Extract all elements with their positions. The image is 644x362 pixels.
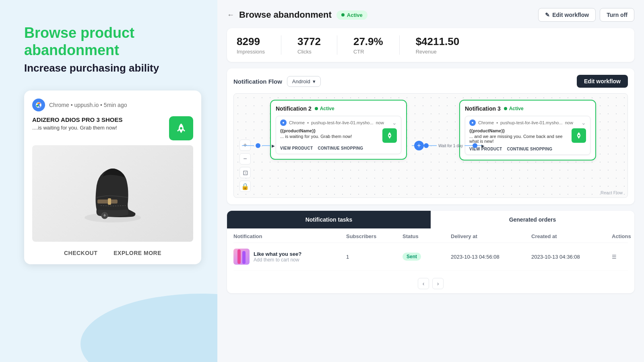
col-status: Status — [402, 233, 451, 239]
svg-rect-8 — [237, 249, 241, 264]
turn-off-button[interactable]: Turn off — [600, 8, 634, 22]
stat-label-impressions: Impressions — [237, 49, 265, 55]
mini-chrome-icon-2: ● — [280, 119, 287, 126]
flow-card-2-title: Notification 2 — [276, 105, 312, 112]
product-name-3: {{productName}} — [469, 128, 569, 133]
flow-section: Notification Flow Android ▾ Edit workflo… — [227, 68, 634, 204]
mini-notif-3-actions: VIEW PRODUCT CONTINUE SHOPPING — [469, 147, 586, 151]
svg-rect-9 — [242, 251, 246, 264]
left-panel: Browse product abandonment Increase purc… — [0, 0, 217, 362]
mini-rocket-2 — [382, 128, 397, 143]
mini-chevron-3: ⌄ — [581, 119, 586, 126]
col-actions: Actions — [612, 233, 634, 239]
cell-subscribers: 1 — [346, 254, 402, 260]
mini-browser-2: Chrome — [289, 120, 305, 125]
notif-info: Like what you see? Add them to cart now — [254, 251, 301, 263]
tab-generated-orders[interactable]: Generated orders — [431, 211, 634, 228]
notif-body: ....is waiting for you. Grab them now! — [32, 125, 122, 131]
flow-card-3-title: Notification 3 — [465, 105, 501, 112]
flow-card-3-title-row: Notification 3 Active — [465, 105, 524, 112]
mini-notif-3: ● Chrome • pushup-test-for-live-01.mysho… — [465, 116, 590, 155]
back-arrow[interactable]: ← — [227, 11, 234, 19]
left-title-green: Browse product abandonment — [24, 24, 201, 59]
cell-delivery-at: 2023-10-13 04:56:08 — [451, 254, 531, 260]
flow-card-notification-2: Notification 2 Active ● Chrome • pus — [270, 100, 407, 160]
col-notification: Notification — [233, 233, 346, 239]
preview-card: Chrome • uppush.io • 5min ago ADIZERO AD… — [24, 90, 201, 264]
mini-notif-2-content: {{productName}} ... is waiting for you. … — [280, 128, 397, 143]
explore-more-button[interactable]: EXPLORE MORE — [114, 250, 161, 256]
stat-impressions: 8299 Impressions — [237, 35, 265, 55]
edit-workflow-button[interactable]: ✎ Edit workflow — [538, 8, 596, 22]
flow-edit-workflow-button[interactable]: Edit workflow — [577, 75, 628, 88]
notif-header: Chrome • uppush.io • 5min ago — [32, 99, 193, 111]
actions-icon[interactable]: ☰ — [612, 254, 617, 260]
flow-header-left: Notification Flow Android ▾ — [233, 76, 321, 87]
notif-text: ADIZERO ADIOS PRO 3 SHOES ....is waiting… — [32, 116, 122, 131]
top-bar-left: ← Browse abandonment Active — [227, 10, 367, 20]
tab-notification-tasks[interactable]: Notification tasks — [227, 211, 431, 228]
left-title-black: Increase purchasing ability — [24, 62, 201, 74]
flow-card-notification-3: Notification 3 Active ● Chrome • pus — [459, 100, 596, 160]
mini-notif-3-meta: ● Chrome • pushup-test-for-live-01.mysho… — [469, 119, 573, 126]
notif-content-row: ADIZERO ADIOS PRO 3 SHOES ....is waiting… — [32, 116, 193, 140]
platform-select[interactable]: Android ▾ — [287, 76, 321, 87]
stat-label-ctr: CTR — [353, 49, 383, 55]
arrow-right: ▶ — [481, 144, 485, 148]
mini-notif-2-actions: VIEW PRODUCT CONTINUE SHOPPING — [280, 146, 397, 150]
wait-label: Wait for 1 day — [438, 144, 463, 148]
edit-icon: ✎ — [545, 12, 550, 18]
svg-rect-3 — [97, 200, 118, 204]
stat-label-clicks: Clicks — [297, 49, 321, 55]
chevron-down-icon: ▾ — [313, 78, 316, 84]
stat-value-revenue: $4211.50 — [416, 35, 459, 48]
tab-row: Notification tasks Generated orders — [227, 211, 634, 228]
mini-dot-sep-3: • — [496, 120, 498, 125]
mini-notif-2-meta: ● Chrome • pushup-test-for-live-01.mysho… — [280, 119, 384, 126]
product-body-3: ... and we are missing you. Come back an… — [469, 134, 569, 144]
cell-created-at: 2023-10-13 04:36:08 — [531, 254, 612, 260]
active-label-3: Active — [509, 106, 524, 111]
stat-revenue: $4211.50 Revenue — [416, 35, 459, 55]
chrome-icon — [32, 99, 45, 111]
stat-divider-1 — [281, 35, 281, 55]
lock-button[interactable]: 🔒 — [239, 181, 251, 192]
mini-chevron-2: ⌄ — [392, 119, 397, 126]
notif-sub: Add them to cart now — [254, 257, 301, 263]
mini-site-3: pushup-test-for-live-01.mysho... — [500, 120, 563, 125]
mini-browser-3: Chrome — [478, 120, 494, 125]
mini-notif-2: ● Chrome • pushup-test-for-live-01.mysho… — [276, 116, 401, 154]
active-dot-2 — [315, 107, 318, 110]
flow-title: Notification Flow — [233, 78, 282, 85]
svg-point-6 — [389, 135, 390, 136]
mini-action-3-shop: CONTINUE SHOPPING — [507, 147, 552, 151]
react-flow-label: React Flow — [601, 190, 623, 195]
notif-actions: CHECKOUT EXPLORE MORE — [32, 247, 193, 256]
stat-value-ctr: 27.9% — [353, 35, 383, 48]
fit-view-button[interactable]: ⊡ — [239, 167, 251, 178]
notif-meta-text: Chrome • uppush.io • 5min ago — [49, 102, 127, 108]
mini-chrome-icon-3: ● — [469, 119, 476, 126]
status-label: Active — [347, 12, 363, 18]
cell-actions: ☰ — [612, 254, 634, 260]
status-badge: Active — [336, 10, 367, 20]
prev-page-button[interactable]: ‹ — [418, 278, 429, 289]
page-title: Browse abandonment — [239, 10, 332, 20]
table-header: Notification Subscribers Status Delivery… — [233, 228, 628, 243]
col-subscribers: Subscribers — [346, 233, 402, 239]
mini-time-3: now — [565, 120, 573, 125]
zoom-out-button[interactable]: − — [239, 153, 251, 165]
mini-action-2-shop: CONTINUE SHOPPING — [318, 146, 363, 150]
flow-header: Notification Flow Android ▾ Edit workflo… — [233, 75, 628, 88]
top-bar-right: ✎ Edit workflow Turn off — [538, 8, 634, 22]
stat-value-impressions: 8299 — [237, 35, 265, 48]
mini-notif-2-header: ● Chrome • pushup-test-for-live-01.mysho… — [280, 119, 397, 126]
product-body-2: ... is waiting for you. Grab them now! — [280, 134, 380, 139]
checkout-button[interactable]: CHECKOUT — [64, 250, 97, 256]
next-page-button[interactable]: › — [432, 278, 444, 289]
mini-time-2: now — [376, 120, 384, 125]
flow-card-2-title-row: Notification 2 Active — [276, 105, 334, 112]
boot-image — [32, 145, 193, 242]
svg-point-7 — [578, 135, 580, 136]
add-node-button[interactable]: + — [414, 141, 424, 150]
